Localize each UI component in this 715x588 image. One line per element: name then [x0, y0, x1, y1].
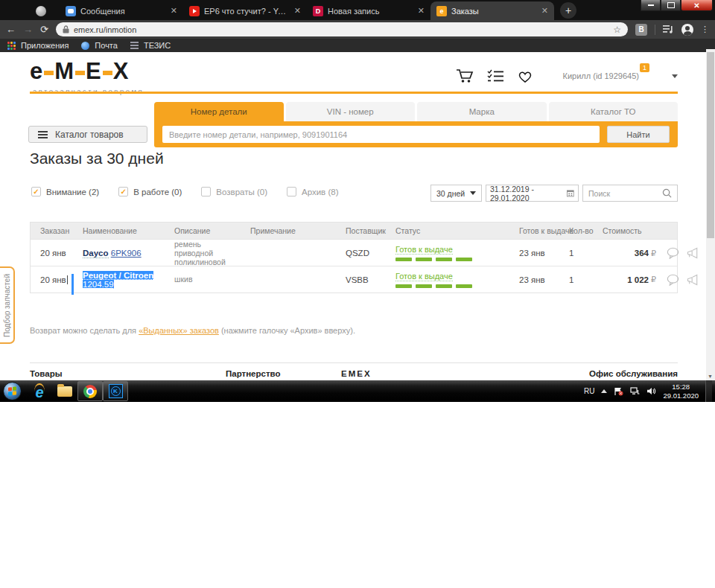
footer-link-office[interactable]: Офис обслуживания [589, 369, 678, 378]
taskbar-ie-icon[interactable]: e [27, 381, 52, 401]
maximize-button[interactable] [661, 0, 681, 11]
part-link-selected[interactable]: 1204.59 [83, 280, 114, 289]
note-text: (нажмите галочку «Архив» вверху). [219, 326, 355, 335]
taskbar-clock[interactable]: 15:28 29.01.2020 [663, 383, 699, 400]
apps-grid-icon[interactable] [7, 42, 16, 50]
chat-icon [66, 6, 76, 16]
taskbar-explorer-icon[interactable] [52, 381, 77, 401]
scrollbar-down-arrow[interactable]: ▼ [708, 374, 713, 379]
back-icon[interactable]: ← [6, 25, 16, 34]
brand-link-selected[interactable]: Peugeot / Citroen [83, 271, 153, 280]
date-range-field[interactable]: 31.12.2019 - 29.01.2020 [486, 185, 579, 202]
checkbox-checked[interactable]: ✓ [31, 187, 41, 196]
user-account[interactable]: Кирилл (id 1929645) 1 [563, 71, 640, 80]
taskbar-chrome-icon[interactable] [77, 381, 103, 401]
col-header: Стоимость [593, 226, 677, 235]
period-select[interactable]: 30 дней [430, 185, 482, 202]
taskbar-k-app-icon[interactable]: K [103, 381, 128, 401]
language-indicator[interactable]: RU [584, 387, 594, 395]
checkbox-checked[interactable]: ✓ [118, 187, 128, 196]
bookmark-tezis[interactable]: ТЕЗИС [144, 41, 171, 50]
chevron-down-icon[interactable] [672, 74, 678, 78]
currency-symbol: ₽ [651, 249, 656, 258]
part-number-input[interactable] [162, 126, 600, 143]
extension-b-icon[interactable]: B [635, 24, 647, 36]
search-tab-part-number[interactable]: Номер детали [154, 102, 284, 121]
bookmark-mail[interactable]: Почта [95, 41, 118, 50]
find-button[interactable]: Найти [607, 126, 670, 143]
favorites-heart-icon[interactable] [517, 69, 533, 83]
issued-orders-link[interactable]: «Выданных» заказов [139, 326, 219, 335]
address-bar[interactable]: emex.ru/inmotion ☆ [56, 22, 628, 36]
system-tray: RU 15:28 29.01.2020 [584, 380, 715, 402]
logo-dash [75, 71, 85, 75]
status-progress-bars [395, 284, 509, 288]
action-center-flag-icon[interactable] [614, 387, 623, 396]
close-button[interactable]: ✕ [681, 0, 713, 11]
claim-megaphone-icon[interactable] [686, 274, 699, 286]
hamburger-icon [38, 131, 48, 138]
order-qty: 1 [559, 275, 593, 284]
bookmark-star-icon[interactable]: ☆ [613, 25, 621, 35]
catalog-button-label: Каталог товаров [55, 130, 124, 140]
comment-icon[interactable] [667, 274, 679, 286]
checkbox-unchecked[interactable] [287, 187, 296, 196]
order-status: Готов к выдаче [386, 272, 509, 288]
calendar-icon[interactable] [567, 189, 574, 197]
order-name: Peugeot / Citroen 1204.59 [73, 271, 165, 289]
catalog-button[interactable]: Каталог товаров [28, 126, 147, 143]
filter-returns[interactable]: Возвраты (0) [201, 187, 267, 196]
parts-selection-side-tab[interactable]: Подбор запчастей [0, 266, 15, 344]
window-controls: ✕ [641, 0, 713, 11]
price-value: 1 022 [603, 275, 649, 284]
search-icon[interactable] [662, 188, 672, 198]
start-button[interactable] [3, 382, 22, 400]
profile-avatar-icon[interactable] [681, 24, 693, 36]
checkbox-unchecked[interactable] [201, 187, 211, 196]
claim-megaphone-icon[interactable] [686, 247, 699, 259]
reload-icon[interactable]: ⟳ [40, 25, 48, 34]
tab-close-icon[interactable]: ✕ [418, 6, 425, 16]
orders-search-input[interactable] [588, 189, 662, 198]
brand-link[interactable]: Dayco [83, 249, 109, 258]
minimize-button[interactable] [641, 0, 661, 11]
tab-close-icon[interactable]: ✕ [541, 6, 548, 16]
page-scrollbar[interactable]: ▼ [706, 49, 715, 380]
orders-search-field[interactable] [582, 185, 678, 202]
tray-expand-icon[interactable] [601, 389, 607, 393]
search-tab-catalog-to[interactable]: Каталог ТО [549, 102, 679, 121]
tab-youtube[interactable]: ЕР6 что стучит? - YouTube ✕ [183, 1, 307, 20]
search-tab-brand[interactable]: Марка [417, 102, 547, 121]
tab-close-icon[interactable]: ✕ [294, 6, 301, 16]
footer-link-partnership[interactable]: Партнерство [226, 369, 281, 378]
footer-link-emex[interactable]: EMEX [341, 369, 372, 378]
tab-messages[interactable]: Сообщения ✕ [60, 1, 183, 20]
tab-orders-active[interactable]: e Заказы ✕ [430, 1, 554, 20]
volume-icon[interactable] [646, 387, 656, 395]
part-link[interactable]: 6PK906 [111, 249, 142, 258]
footer-link-products[interactable]: Товары [30, 369, 62, 378]
bookmark-apps[interactable]: Приложения [21, 41, 69, 50]
comment-icon[interactable] [667, 247, 679, 259]
emex-logo[interactable]: e M E X автозапчасти вовремя [30, 58, 144, 95]
search-tab-vin[interactable]: VIN - номер [286, 102, 416, 121]
order-status: Готов к выдаче [386, 245, 509, 261]
new-tab-button[interactable]: + [560, 2, 576, 19]
chrome-menu-icon[interactable]: ⋮ [701, 25, 709, 34]
orders-list-icon[interactable] [487, 69, 503, 83]
network-icon[interactable] [630, 387, 640, 395]
tab-close-icon[interactable]: ✕ [171, 6, 177, 16]
tab-drive2[interactable]: D Новая запись ✕ [307, 1, 430, 20]
filter-in-progress[interactable]: ✓ В работе (0) [118, 187, 182, 196]
tab-pinned[interactable] [22, 1, 60, 20]
playlist-extension-icon[interactable] [663, 25, 674, 34]
status-link[interactable]: Готов к выдаче [395, 272, 453, 281]
filter-archive[interactable]: Архив (8) [287, 187, 338, 196]
drive2-icon: D [313, 6, 323, 16]
status-link[interactable]: Готов к выдаче [395, 245, 453, 255]
show-desktop-button[interactable] [705, 380, 712, 402]
cart-icon[interactable] [456, 68, 474, 83]
filter-attention[interactable]: ✓ Внимание (2) [31, 187, 99, 196]
forward-icon[interactable]: → [23, 25, 33, 34]
scrollbar-thumb[interactable] [707, 52, 714, 238]
